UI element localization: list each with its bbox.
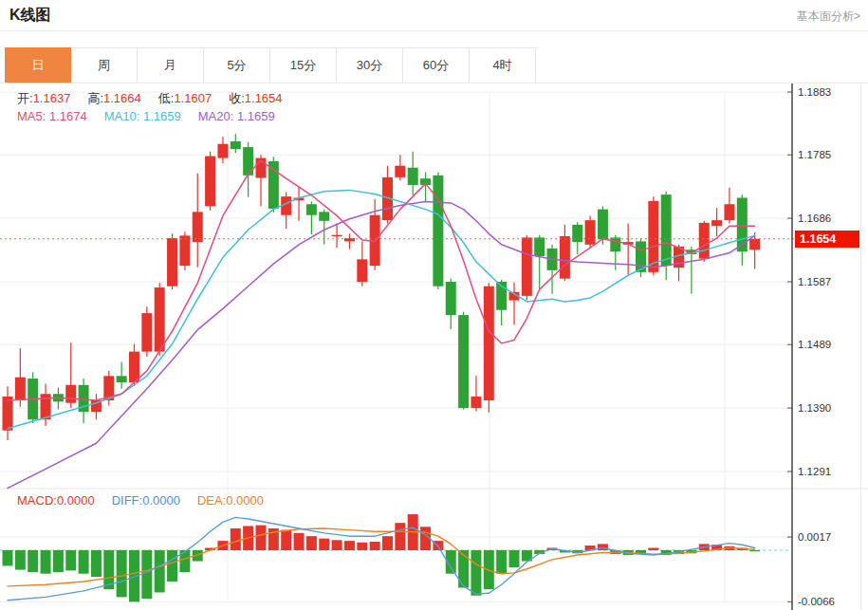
svg-text:1.1291: 1.1291: [798, 466, 831, 477]
svg-text:-0.0066: -0.0066: [798, 596, 835, 607]
tab-day[interactable]: 日: [5, 47, 71, 83]
period-tabbar: 日周月5分15分30分60分4时: [5, 47, 536, 83]
kline-canvas[interactable]: 1.18831.17851.16861.15871.14891.13901.12…: [0, 83, 868, 610]
svg-text:1.1785: 1.1785: [798, 149, 831, 160]
tab-15min[interactable]: 15分: [270, 47, 337, 83]
fundamental-analysis-link[interactable]: 基本面分析>: [797, 9, 860, 25]
widget-header: K线图 基本面分析>: [0, 0, 868, 31]
chart-area: 1.18831.17851.16861.15871.14891.13901.12…: [0, 83, 868, 610]
tab-month[interactable]: 月: [138, 47, 204, 83]
kline-widget: K线图 基本面分析> 日周月5分15分30分60分4时 1.18831.1785…: [0, 0, 868, 610]
svg-text:1.1390: 1.1390: [798, 402, 831, 414]
tab-week[interactable]: 周: [71, 47, 138, 83]
svg-text:1.1587: 1.1587: [798, 276, 831, 287]
tab-4hour[interactable]: 4时: [470, 47, 536, 83]
svg-text:1.1489: 1.1489: [798, 339, 831, 350]
svg-text:0.0017: 0.0017: [798, 531, 831, 543]
page-title: K线图: [9, 6, 51, 26]
current-price-tag: 1.1654: [795, 231, 859, 248]
tab-30min[interactable]: 30分: [337, 47, 403, 83]
svg-text:1.1883: 1.1883: [798, 86, 831, 98]
svg-text:1.1686: 1.1686: [798, 213, 831, 224]
tab-5min[interactable]: 5分: [204, 47, 270, 83]
tab-60min[interactable]: 60分: [403, 47, 470, 83]
